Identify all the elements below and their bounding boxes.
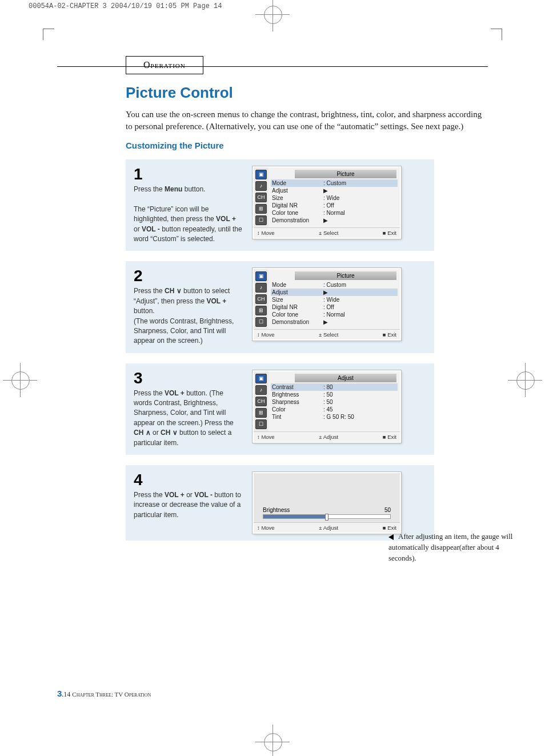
- osd-label: Size: [272, 297, 323, 303]
- step-number: 1: [134, 166, 242, 182]
- osd-hint-move: ↕ Move: [257, 525, 275, 531]
- gauge-bar: [263, 514, 391, 519]
- osd-value: : Normal: [323, 311, 345, 318]
- osd-value: : Wide: [323, 297, 339, 303]
- osd-tab-icon: ⊞: [255, 204, 267, 214]
- osd-row: Demonstration ▶: [272, 217, 396, 224]
- osd-hint-adjust: ± Adjust: [319, 525, 338, 531]
- osd-label: Tint: [272, 414, 323, 420]
- page-footer: 3.14 Chapter Three: TV Operation: [57, 689, 151, 699]
- osd-panel: ▣♪CH⊞☐ Adjust Contrast : 80 Brightness :…: [253, 370, 401, 443]
- page-title: Picture Control: [126, 84, 488, 102]
- osd-label: Mode: [272, 282, 323, 288]
- osd-value: : Normal: [323, 210, 345, 216]
- osd-label: Color tone: [272, 210, 323, 216]
- step-illustration: ▣♪CH⊞☐ Picture Mode : Custom Adjust ▶ Si…: [253, 166, 426, 244]
- osd-value: ▶: [323, 217, 328, 223]
- osd-title: Picture: [295, 170, 396, 178]
- osd-row: Size : Wide: [272, 296, 396, 303]
- osd-row: Contrast : 80: [271, 383, 398, 391]
- osd-value: ▶: [323, 187, 328, 194]
- osd-label: Mode: [272, 180, 323, 186]
- osd-row: Color : 45: [272, 406, 396, 413]
- step-block: 4 Press the VOL + or VOL - button to inc…: [126, 465, 434, 541]
- osd-value: : 80: [323, 384, 333, 390]
- osd-label: Digital NR: [272, 202, 323, 209]
- osd-tab-strip: ▣♪CH⊞☐: [254, 371, 269, 431]
- step-text: The “Picture” icon will be highlighted, …: [134, 205, 242, 245]
- osd-tab-icon: CH: [255, 193, 267, 202]
- osd-tab-icon: ☐: [255, 317, 267, 327]
- osd-hint-select: ± Select: [319, 331, 338, 338]
- osd-label: Demonstration: [272, 217, 323, 223]
- osd-tab-icon: ☐: [255, 215, 267, 225]
- osd-row: Adjust ▶: [272, 187, 396, 194]
- osd-hint-move: ↕ Move: [257, 331, 275, 338]
- osd-tab-icon: ⊞: [255, 408, 267, 418]
- osd-title: Adjust: [295, 374, 396, 382]
- osd-row: Tint : G 50 R: 50: [272, 413, 396, 421]
- osd-tab-icon: ⊞: [255, 306, 267, 315]
- crop-corner: [491, 29, 502, 40]
- step-text: Press the CH ∨ button to select “Adjust”…: [134, 286, 242, 346]
- osd-value: : Custom: [323, 180, 346, 186]
- osd-panel: ▣♪CH⊞☐ Picture Mode : Custom Adjust ▶ Si…: [253, 268, 401, 341]
- osd-footer: ↕ Move ± Adjust ■ Exit: [254, 431, 400, 442]
- section-box: Operation: [126, 56, 203, 74]
- osd-gauge-panel: Brightness 50 ↕ Move ± Adjust ■ Exit: [253, 472, 401, 534]
- step-instructions: 4 Press the VOL + or VOL - button to inc…: [134, 472, 242, 534]
- osd-value: ▶: [323, 319, 328, 325]
- osd-row: Digital NR : Off: [272, 303, 396, 311]
- osd-label: Digital NR: [272, 304, 323, 310]
- osd-row: Adjust ▶: [271, 289, 398, 296]
- crop-mark-top: [264, 6, 281, 23]
- osd-tab-icon: ☐: [255, 419, 267, 429]
- osd-row: Size : Wide: [272, 194, 396, 202]
- content: Operation Picture Control You can use th…: [0, 10, 545, 541]
- osd-hint-move: ↕ Move: [257, 230, 275, 236]
- osd-row: Color tone : Normal: [272, 311, 396, 318]
- osd-label: Color: [272, 406, 323, 413]
- step-number: 3: [134, 370, 242, 386]
- osd-label: Adjust: [272, 289, 323, 295]
- osd-tab-icon: ♪: [255, 283, 267, 293]
- osd-label: Color tone: [272, 311, 323, 318]
- osd-row: Digital NR : Off: [272, 202, 396, 209]
- osd-hint-select: ± Select: [319, 230, 338, 236]
- step-text: Press the VOL + or VOL - button to incre…: [134, 490, 242, 520]
- osd-hint-exit: ■ Exit: [383, 525, 396, 531]
- osd-label: Brightness: [272, 391, 323, 398]
- osd-label: Size: [272, 195, 323, 201]
- osd-row: Color tone : Normal: [272, 209, 396, 217]
- osd-tab-icon: ♪: [255, 385, 267, 395]
- osd-tab-icon: ▣: [255, 170, 267, 179]
- osd-value: : 45: [323, 406, 333, 413]
- step-number: 4: [134, 472, 242, 488]
- osd-hint-exit: ■ Exit: [383, 230, 396, 236]
- chapter-title: Chapter Three: TV Operation: [72, 691, 151, 698]
- step-illustration: Brightness 50 ↕ Move ± Adjust ■ Exit: [253, 472, 426, 534]
- page: 00054A-02-CHAPTER 3 2004/10/19 01:05 PM …: [0, 0, 545, 756]
- osd-tab-icon: ▣: [255, 271, 267, 281]
- osd-row: Demonstration ▶: [272, 318, 396, 326]
- osd-title: Picture: [295, 271, 396, 280]
- osd-hint-exit: ■ Exit: [383, 434, 396, 440]
- osd-value: : G 50 R: 50: [323, 414, 354, 420]
- osd-value: ▶: [323, 289, 328, 295]
- osd-label: Adjust: [272, 187, 323, 194]
- osd-tab-strip: ▣♪CH⊞☐: [254, 167, 269, 227]
- crop-corner: [43, 29, 54, 40]
- step-text: Press the Menu button.: [134, 185, 242, 194]
- gauge-label: Brightness: [263, 507, 290, 513]
- osd-tab-icon: ♪: [255, 181, 267, 191]
- osd-value: : Off: [323, 202, 334, 209]
- osd-value: : Custom: [323, 282, 346, 288]
- left-arrow-icon: [388, 534, 394, 540]
- step-text: Press the VOL + button. (The words Contr…: [134, 389, 242, 448]
- gauge-handle: [325, 514, 328, 521]
- osd-label: Sharpness: [272, 399, 323, 405]
- osd-panel: ▣♪CH⊞☐ Picture Mode : Custom Adjust ▶ Si…: [253, 166, 401, 239]
- gauge-fill: [263, 515, 327, 518]
- crop-mark-left: [11, 371, 29, 389]
- step-instructions: 2 Press the CH ∨ button to select “Adjus…: [134, 268, 242, 346]
